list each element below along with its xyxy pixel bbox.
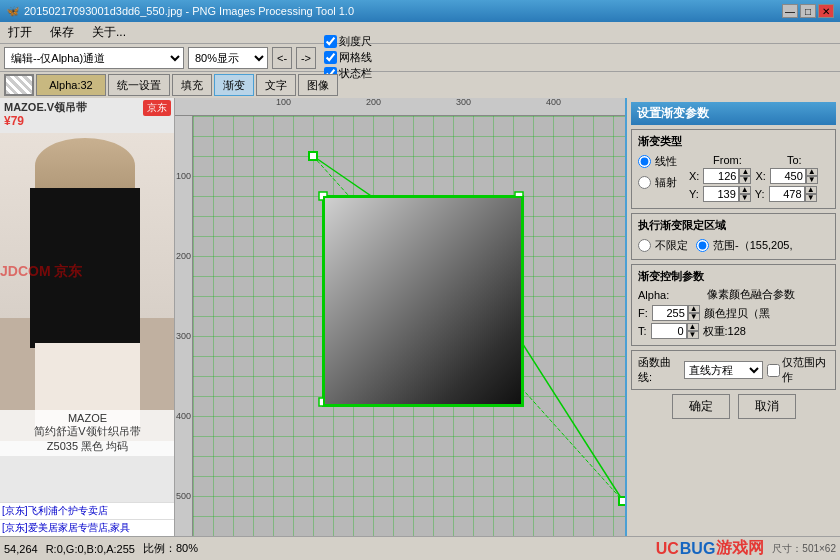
mode-select[interactable]: 编辑--仅Alpha)通道 bbox=[4, 47, 184, 69]
ruler-mark-200: 200 bbox=[366, 98, 381, 107]
t-down[interactable]: ▼ bbox=[687, 331, 699, 339]
ruler-v-200: 200 bbox=[176, 251, 191, 261]
to-x-spinbox[interactable]: ▲ ▼ bbox=[770, 168, 818, 184]
color-info: R:0,G:0,B:0,A:255 bbox=[46, 543, 135, 555]
maximize-button[interactable]: □ bbox=[800, 4, 816, 18]
unified-set-btn[interactable]: 统一设置 bbox=[108, 74, 170, 96]
range-radio-label: 范围-（155,205, bbox=[696, 238, 792, 253]
f-spinbox[interactable]: ▲ ▼ bbox=[652, 305, 700, 321]
checkbox-scale-label: 刻度尺 bbox=[324, 34, 372, 49]
product-brand: MAZOE.V领吊带 bbox=[4, 100, 87, 115]
product-footer: MAZOE 简约舒适V领针织吊带 Z5035 黑色 均码 bbox=[0, 410, 175, 456]
settings-panel: 设置渐变参数 渐变类型 线性 辐射 bbox=[625, 98, 840, 536]
t-input[interactable] bbox=[651, 323, 687, 339]
control-params-section: 渐变控制参数 Alpha: 像素颜色融合参数 F: ▲ ▼ bbox=[631, 264, 836, 346]
menu-about[interactable]: 关于... bbox=[88, 22, 130, 43]
settings-header: 设置渐变参数 bbox=[631, 102, 836, 125]
toolbar-1: 编辑--仅Alpha)通道 80%显示 <- -> 刻度尺 网格线 状态栏 bbox=[0, 44, 840, 72]
radial-radio[interactable] bbox=[638, 176, 651, 189]
cursor-coords: 54,264 bbox=[4, 543, 38, 555]
range-radio[interactable] bbox=[696, 239, 709, 252]
next-btn[interactable]: -> bbox=[296, 47, 316, 69]
head-shape bbox=[35, 138, 135, 193]
ruler-top: 100 200 300 400 bbox=[175, 98, 625, 116]
ruler-mark-300: 300 bbox=[456, 98, 471, 107]
canvas-area[interactable]: 100 200 300 400 100 200 300 400 500 bbox=[175, 98, 840, 536]
range-check-label: 仅范围内作 bbox=[767, 355, 829, 385]
ruler-v-500: 500 bbox=[176, 491, 191, 501]
product-desc3: Z5035 黑色 均码 bbox=[2, 439, 173, 454]
text-btn[interactable]: 文字 bbox=[256, 74, 296, 96]
menu-open[interactable]: 打开 bbox=[4, 22, 36, 43]
linear-radio[interactable] bbox=[638, 155, 651, 168]
to-x-input[interactable] bbox=[770, 168, 806, 184]
linear-radio-label: 线性 bbox=[638, 154, 677, 169]
fill-btn[interactable]: 填充 bbox=[172, 74, 212, 96]
title-buttons: — □ ✕ bbox=[782, 4, 834, 18]
cancel-button[interactable]: 取消 bbox=[738, 394, 796, 419]
gradient-btn[interactable]: 渐变 bbox=[214, 74, 254, 96]
from-x-spinbox[interactable]: ▲ ▼ bbox=[703, 168, 751, 184]
checkbox-grid[interactable] bbox=[324, 51, 337, 64]
control-params-label: 渐变控制参数 bbox=[638, 269, 829, 284]
uc-logo-game: 游戏网 bbox=[716, 538, 764, 559]
ok-button[interactable]: 确定 bbox=[672, 394, 730, 419]
ruler-v-300: 300 bbox=[176, 331, 191, 341]
ruler-top-marks: 100 200 300 400 bbox=[211, 98, 625, 115]
main-content: MAZOE.V领吊带 京东 ¥79 JDCOM 京东 MAZOE 简约舒适V领针… bbox=[0, 98, 840, 536]
title-bar: 🦋 20150217093001d3dd6_550.jpg - PNG Imag… bbox=[0, 0, 840, 22]
t-spinbox[interactable]: ▲ ▼ bbox=[651, 323, 699, 339]
pixel-blend-label: 像素颜色融合参数 bbox=[707, 287, 795, 302]
from-to-header: From: To: bbox=[689, 154, 818, 166]
image-btn[interactable]: 图像 bbox=[298, 74, 338, 96]
to-y-spinbox[interactable]: ▲ ▼ bbox=[769, 186, 817, 202]
window-title: 20150217093001d3dd6_550.jpg - PNG Images… bbox=[24, 5, 354, 17]
close-button[interactable]: ✕ bbox=[818, 4, 834, 18]
jd-watermark: JDCOM 京东 bbox=[0, 263, 82, 281]
from-x-input[interactable] bbox=[703, 168, 739, 184]
canvas-content[interactable] bbox=[193, 116, 625, 536]
color-knead-label: 颜色捏贝（黑 bbox=[704, 306, 770, 321]
product-links: [京东]飞利浦个护专卖店 [京东]爱美居家居专营店,家具 bbox=[0, 502, 175, 536]
product-area: MAZOE.V领吊带 京东 ¥79 JDCOM 京东 MAZOE 简约舒适V领针… bbox=[0, 98, 175, 536]
ruler-v-100: 100 bbox=[176, 171, 191, 181]
uc-logo-uc: UC bbox=[656, 540, 679, 558]
ruler-left: 100 200 300 400 500 bbox=[175, 116, 193, 536]
gradient-type-label: 渐变类型 bbox=[638, 134, 829, 149]
from-y-down[interactable]: ▼ bbox=[739, 194, 751, 202]
left-panel: MAZOE.V领吊带 京东 ¥79 JDCOM 京东 MAZOE 简约舒适V领针… bbox=[0, 98, 175, 536]
t-label: T: bbox=[638, 325, 647, 337]
button-row: 确定 取消 bbox=[631, 394, 836, 419]
title-left: 🦋 20150217093001d3dd6_550.jpg - PNG Imag… bbox=[6, 5, 354, 18]
zoom-select[interactable]: 80%显示 bbox=[188, 47, 268, 69]
transparent-color-box[interactable] bbox=[4, 74, 34, 96]
curve-select[interactable]: 直线方程 bbox=[684, 361, 764, 379]
checkbox-grid-label: 网格线 bbox=[324, 50, 372, 65]
to-y-input[interactable] bbox=[769, 186, 805, 202]
limit-section: 执行渐变限定区域 不限定 范围-（155,205, bbox=[631, 213, 836, 260]
f-down[interactable]: ▼ bbox=[688, 313, 700, 321]
f-input[interactable] bbox=[652, 305, 688, 321]
range-check[interactable] bbox=[767, 364, 780, 377]
product-desc1: MAZOE bbox=[2, 412, 173, 424]
to-y-down[interactable]: ▼ bbox=[805, 194, 817, 202]
from-y-spinbox[interactable]: ▲ ▼ bbox=[703, 186, 751, 202]
ruler-corner bbox=[193, 98, 211, 115]
curve-label: 函数曲线: bbox=[638, 355, 680, 385]
product-link-1[interactable]: [京东]飞利浦个护专卖店 bbox=[0, 502, 175, 519]
gradient-rect[interactable] bbox=[323, 196, 523, 406]
product-link-2[interactable]: [京东]爱美居家居专营店,家具 bbox=[0, 519, 175, 536]
prev-btn[interactable]: <- bbox=[272, 47, 292, 69]
ruler-v-400: 400 bbox=[176, 411, 191, 421]
minimize-button[interactable]: — bbox=[782, 4, 798, 18]
alpha-display: Alpha:32 bbox=[36, 74, 106, 96]
product-image-bg: JDCOM 京东 bbox=[0, 133, 175, 441]
menu-save[interactable]: 保存 bbox=[46, 22, 78, 43]
to-x-down[interactable]: ▼ bbox=[806, 176, 818, 184]
checkbox-scale[interactable] bbox=[324, 35, 337, 48]
product-badge: 京东 bbox=[143, 100, 171, 116]
unlimited-radio[interactable] bbox=[638, 239, 651, 252]
gradient-type-section: 渐变类型 线性 辐射 bbox=[631, 129, 836, 209]
from-x-down[interactable]: ▼ bbox=[739, 176, 751, 184]
from-y-input[interactable] bbox=[703, 186, 739, 202]
